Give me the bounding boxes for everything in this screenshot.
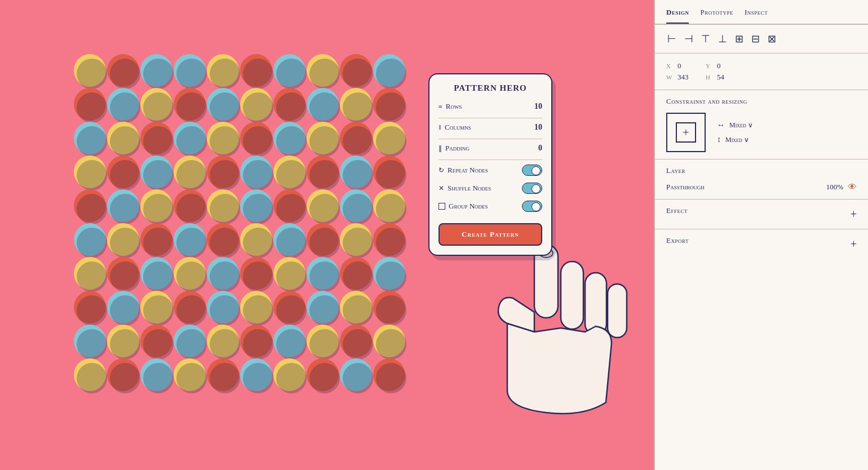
rows-icon: ≡ bbox=[439, 103, 442, 111]
create-pattern-button[interactable]: Create Pattern bbox=[439, 223, 542, 246]
layer-title: Layer bbox=[666, 166, 857, 175]
dot-6-9 bbox=[373, 257, 405, 290]
plugin-row-group: Group Nodes bbox=[439, 201, 542, 212]
plugin-row-columns: ⦀ Columns 10 bbox=[439, 123, 542, 132]
opacity-value[interactable]: 100% bbox=[826, 183, 843, 192]
group-toggle[interactable] bbox=[522, 201, 542, 212]
plugin-row-rows: ≡ Rows 10 bbox=[439, 102, 542, 111]
eye-icon[interactable]: 👁 bbox=[848, 182, 857, 192]
panel-tabs: Design Prototype Inspect bbox=[655, 0, 868, 25]
dot-9-9 bbox=[373, 358, 405, 391]
dot-2-0 bbox=[74, 122, 106, 154]
constraint-horizontal: ↔ Mixed ∨ bbox=[717, 121, 753, 130]
align-right-icon[interactable]: ⊤ bbox=[700, 32, 711, 46]
dot-7-0 bbox=[74, 291, 106, 323]
horizontal-constraint-value[interactable]: Mixed ∨ bbox=[729, 121, 753, 130]
constraints-title: Constrainst and resizing bbox=[666, 97, 857, 106]
repeat-label: Repeat Nodes bbox=[448, 166, 488, 175]
dot-4-0 bbox=[74, 189, 106, 222]
dot-7-2 bbox=[140, 291, 172, 323]
dot-9-8 bbox=[340, 358, 372, 391]
plugin-row-repeat: ↻ Repeat Nodes bbox=[439, 165, 542, 176]
align-bottom-icon[interactable]: ⊟ bbox=[750, 32, 761, 46]
dot-9-7 bbox=[307, 358, 339, 391]
tab-prototype[interactable]: Prototype bbox=[700, 8, 733, 24]
export-title: Export bbox=[666, 236, 689, 245]
vertical-constraint-value[interactable]: Mixed ∨ bbox=[725, 136, 749, 144]
layer-section: Layer Passthrough 100% 👁 bbox=[655, 159, 868, 199]
blend-mode-value[interactable]: Passthrough bbox=[666, 183, 705, 192]
dot-grid bbox=[73, 54, 406, 386]
dot-8-6 bbox=[273, 325, 305, 357]
dot-8-7 bbox=[307, 325, 339, 357]
columns-label: Columns bbox=[445, 123, 471, 132]
tab-design[interactable]: Design bbox=[666, 8, 689, 24]
distribute-icon[interactable]: ⊠ bbox=[767, 32, 777, 46]
w-field[interactable]: W 343 bbox=[666, 73, 694, 82]
dot-5-4 bbox=[207, 223, 239, 256]
dot-3-8 bbox=[340, 156, 372, 188]
dot-4-7 bbox=[307, 189, 339, 222]
padding-value[interactable]: 0 bbox=[538, 144, 542, 153]
columns-value[interactable]: 10 bbox=[534, 123, 542, 132]
constraint-vertical: ↕ Mixed ∨ bbox=[717, 135, 753, 144]
dot-2-8 bbox=[340, 122, 372, 154]
right-panel: Design Prototype Inspect ⊢ ⊣ ⊤ ⊥ ⊞ ⊟ ⊠ X… bbox=[654, 0, 868, 470]
effect-section: Effect + bbox=[655, 199, 868, 229]
h-value: 54 bbox=[717, 73, 734, 82]
rows-value[interactable]: 10 bbox=[534, 102, 542, 111]
group-checkbox[interactable] bbox=[439, 203, 445, 210]
dot-row-2 bbox=[73, 121, 406, 155]
dot-row-0 bbox=[73, 54, 406, 87]
repeat-toggle[interactable] bbox=[522, 165, 542, 176]
constraints-section: Constrainst and resizing ↔ Mixed ∨ ↕ Mix… bbox=[655, 90, 868, 159]
align-top-icon[interactable]: ⊥ bbox=[717, 32, 728, 46]
align-center-h-icon[interactable]: ⊣ bbox=[683, 32, 694, 46]
dot-7-7 bbox=[307, 291, 339, 323]
align-left-icon[interactable]: ⊢ bbox=[666, 32, 677, 46]
x-field[interactable]: X 0 bbox=[666, 61, 694, 70]
dot-0-5 bbox=[240, 54, 272, 87]
dot-6-2 bbox=[140, 257, 172, 290]
dot-2-7 bbox=[307, 122, 339, 154]
align-center-v-icon[interactable]: ⊞ bbox=[734, 32, 745, 46]
dot-9-4 bbox=[207, 358, 239, 391]
dot-6-8 bbox=[340, 257, 372, 290]
repeat-icon: ↻ bbox=[439, 166, 444, 175]
dot-row-5 bbox=[73, 223, 406, 256]
dot-6-6 bbox=[273, 257, 305, 290]
dot-9-0 bbox=[74, 358, 106, 391]
dot-6-7 bbox=[307, 257, 339, 290]
dot-4-9 bbox=[373, 189, 405, 222]
svg-rect-3 bbox=[608, 284, 627, 338]
tab-inspect[interactable]: Inspect bbox=[745, 8, 768, 24]
dot-3-2 bbox=[140, 156, 172, 188]
dot-8-2 bbox=[140, 325, 172, 357]
dot-1-3 bbox=[174, 88, 206, 121]
dot-5-1 bbox=[107, 223, 139, 256]
add-effect-button[interactable]: + bbox=[851, 209, 857, 220]
dot-7-5 bbox=[240, 291, 272, 323]
dot-3-5 bbox=[240, 156, 272, 188]
shuffle-label: Shuffle Nodes bbox=[448, 184, 491, 193]
shuffle-toggle[interactable] bbox=[522, 183, 542, 194]
dot-7-8 bbox=[340, 291, 372, 323]
dot-0-2 bbox=[140, 54, 172, 87]
constraint-box bbox=[666, 113, 706, 152]
dot-1-8 bbox=[340, 88, 372, 121]
export-section: Export + bbox=[655, 229, 868, 259]
y-value: 0 bbox=[717, 61, 734, 70]
dot-3-4 bbox=[207, 156, 239, 188]
plugin-title: Pattern Hero bbox=[439, 83, 542, 93]
y-field[interactable]: Y 0 bbox=[706, 61, 734, 70]
add-export-button[interactable]: + bbox=[851, 238, 857, 250]
plugin-panel: Pattern Hero ≡ Rows 10 ⦀ Columns 10 ‖ Pa… bbox=[428, 73, 552, 256]
h-field[interactable]: H 54 bbox=[706, 73, 734, 82]
dot-0-3 bbox=[174, 54, 206, 87]
dot-4-4 bbox=[207, 189, 239, 222]
dot-2-1 bbox=[107, 122, 139, 154]
dot-9-5 bbox=[240, 358, 272, 391]
dot-1-4 bbox=[207, 88, 239, 121]
dot-1-9 bbox=[373, 88, 405, 121]
dot-8-3 bbox=[174, 325, 206, 357]
